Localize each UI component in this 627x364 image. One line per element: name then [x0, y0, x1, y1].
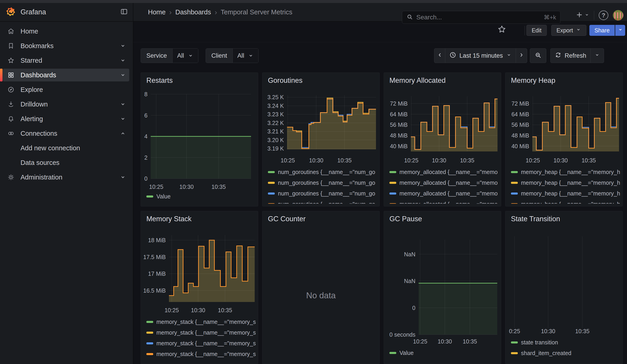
grafana-logo-icon[interactable]: [5, 6, 16, 18]
svg-text:48 MiB: 48 MiB: [390, 132, 408, 139]
time-shift-back-button[interactable]: [434, 49, 445, 63]
legend-item[interactable]: memory_heap {__name__="memory_h: [511, 199, 620, 204]
sidebar-item-connections[interactable]: Connections: [3, 127, 129, 140]
chevron-down-icon[interactable]: [120, 101, 126, 107]
chevron-up-icon[interactable]: [120, 130, 126, 137]
share-dropdown-button[interactable]: [615, 25, 625, 36]
svg-text:18 MiB: 18 MiB: [148, 237, 166, 243]
legend-swatch: [146, 332, 153, 334]
svg-text:64 MiB: 64 MiB: [511, 111, 529, 117]
legend-item[interactable]: memory_allocated {__name__="memo: [389, 199, 499, 204]
sidebar-item-dashboards[interactable]: Dashboards: [3, 69, 129, 81]
sidebar-item-label: Dashboards: [20, 71, 56, 79]
sidebar-item-bookmarks[interactable]: Bookmarks: [3, 40, 129, 52]
sidebar-item-drilldown[interactable]: Drilldown: [3, 98, 129, 111]
legend-swatch: [146, 196, 153, 198]
zoom-out-button[interactable]: [530, 48, 546, 63]
legend-item[interactable]: memory_allocated {__name__="memo: [389, 177, 499, 188]
panel-legend: memory_stack {__name__="memory_s memory_…: [146, 316, 256, 360]
compass-icon: [7, 86, 14, 93]
legend-item[interactable]: memory_allocated {__name__="memo: [389, 167, 499, 177]
legend-label: memory_heap {__name__="memory_h: [521, 179, 620, 186]
svg-text:2: 2: [144, 155, 148, 161]
legend-swatch: [511, 171, 518, 173]
sidebar-item-add-new-connection[interactable]: Add new connection: [3, 142, 129, 155]
sidebar-item-data-sources[interactable]: Data sources: [3, 156, 129, 169]
sidebar-item-administration[interactable]: Administration: [3, 171, 129, 184]
breadcrumb-separator: ›: [169, 8, 172, 16]
svg-text:72 MiB: 72 MiB: [390, 100, 408, 107]
panel-mem_stack: Memory Stack16.5 MiB17 MiB17.5 MiB18 MiB…: [141, 211, 258, 364]
legend-item[interactable]: Value: [146, 191, 256, 202]
svg-text:0 seconds: 0 seconds: [389, 331, 416, 338]
legend-label: num_goroutines {__name__="num_go: [278, 190, 375, 197]
legend-swatch: [511, 193, 518, 195]
sidebar-item-label: Alerting: [20, 115, 43, 123]
refresh-group: Refresh: [550, 48, 604, 63]
sidebar-item-starred[interactable]: Starred: [3, 54, 129, 67]
time-shift-forward-button[interactable]: [516, 49, 527, 63]
legend-label: memory_heap {__name__="memory_h: [521, 190, 620, 197]
export-label: Export: [557, 27, 573, 34]
filter-service-value[interactable]: All: [173, 49, 198, 63]
panel-state_transition: State Transition0:2510:3010:35 state tra…: [505, 211, 623, 364]
avatar[interactable]: [613, 10, 623, 20]
breadcrumb-item: Temporal Server Metrics: [221, 8, 292, 16]
sidebar-item-home[interactable]: Home: [3, 25, 129, 38]
sidebar-toggle-icon[interactable]: [120, 8, 128, 16]
sidebar-item-label: Drilldown: [20, 101, 48, 108]
svg-text:72 MiB: 72 MiB: [511, 100, 529, 107]
refresh-button[interactable]: Refresh: [551, 49, 591, 63]
breadcrumb-item[interactable]: Dashboards: [175, 8, 211, 16]
svg-text:3.25 K: 3.25 K: [267, 94, 284, 100]
legend-item[interactable]: memory_stack {__name__="memory_s: [146, 349, 256, 360]
legend-label: num_goroutines {__name__="num_go: [278, 169, 375, 175]
share-button[interactable]: Share: [589, 25, 615, 36]
sidebar-item-explore[interactable]: Explore: [3, 83, 129, 96]
chevron-down-icon[interactable]: [120, 72, 126, 78]
legend-item[interactable]: memory_allocated {__name__="memo: [389, 188, 499, 199]
legend-item[interactable]: memory_stack {__name__="memory_s: [146, 338, 256, 349]
brand-name: Grafana: [20, 8, 46, 16]
chevron-down-icon[interactable]: [120, 174, 126, 180]
sidebar-item-alerting[interactable]: Alerting: [3, 112, 129, 125]
star-icon[interactable]: [498, 25, 506, 34]
chevron-down-icon: [594, 52, 600, 59]
legend-item[interactable]: shard_item_created: [511, 348, 620, 359]
zoom-out-icon: [534, 52, 542, 60]
legend-item[interactable]: num_goroutines {__name__="num_go: [268, 167, 377, 177]
chevron-down-icon[interactable]: [120, 116, 126, 122]
legend-item[interactable]: state transition: [511, 337, 620, 348]
legend-item[interactable]: num_goroutines {__name__="num_go: [268, 188, 377, 199]
legend-label: memory_stack {__name__="memory_s: [157, 319, 256, 325]
legend-item[interactable]: Value: [389, 348, 499, 358]
svg-text:3.20 K: 3.20 K: [267, 137, 284, 143]
chevron-down-icon[interactable]: [120, 43, 126, 49]
legend-item[interactable]: memory_stack {__name__="memory_s: [146, 327, 256, 338]
legend-item[interactable]: num_goroutines {__name__="num_go: [268, 177, 377, 188]
panel-title[interactable]: GC Counter: [268, 215, 306, 223]
legend-item[interactable]: memory_heap {__name__="memory_h: [511, 188, 620, 199]
export-button[interactable]: Export: [551, 25, 586, 36]
chevron-down-icon[interactable]: [120, 57, 126, 64]
refresh-interval-dropdown[interactable]: [590, 49, 604, 63]
help-button[interactable]: ?: [599, 10, 608, 20]
legend-item[interactable]: memory_stack {__name__="memory_s: [146, 316, 256, 327]
chevron-down-icon: [584, 12, 589, 18]
edit-button[interactable]: Edit: [526, 25, 547, 36]
legend-item[interactable]: memory_heap {__name__="memory_h: [511, 167, 620, 177]
time-range-picker[interactable]: Last 15 minutes: [445, 49, 516, 63]
svg-text:10:25: 10:25: [281, 157, 295, 163]
breadcrumb-item[interactable]: Home: [148, 8, 165, 16]
sidebar-item-label: Connections: [20, 130, 57, 137]
legend-label: memory_allocated {__name__="memo: [399, 169, 498, 175]
filter-client-value[interactable]: All: [233, 49, 258, 63]
new-button[interactable]: [576, 11, 589, 19]
legend-item[interactable]: memory_heap {__name__="memory_h: [511, 177, 620, 188]
legend-swatch: [511, 341, 518, 343]
legend-label: memory_heap {__name__="memory_h: [521, 169, 620, 175]
sidebar: HomeBookmarksStarredDashboardsExploreDri…: [0, 22, 133, 364]
panel-gc_pause: GC Pause0 seconds0NaNNaN10:2510:3010:35 …: [384, 211, 501, 364]
legend-item[interactable]: num_goroutines {__name__="num_go: [268, 199, 377, 204]
panel-restarts: Restarts0246810:2510:3010:35 Value: [141, 73, 258, 207]
